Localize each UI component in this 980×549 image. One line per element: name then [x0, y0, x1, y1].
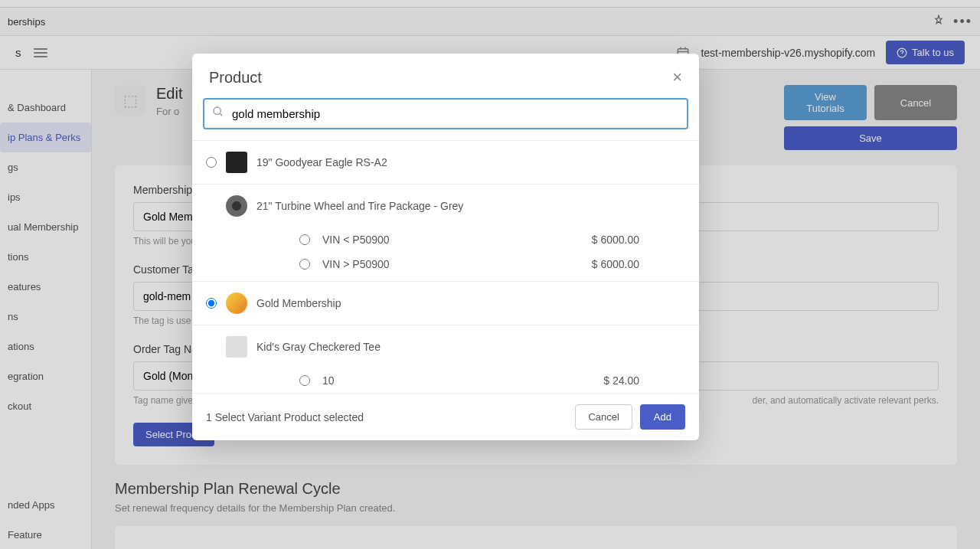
variant-price: $ 6000.00: [592, 258, 639, 270]
variant-name: VIN > P50900: [322, 258, 460, 270]
variant-radio[interactable]: [299, 234, 310, 245]
product-row[interactable]: 21" Turbine Wheel and Tire Package - Gre…: [192, 185, 699, 227]
close-icon[interactable]: ×: [672, 67, 682, 87]
modal-cancel-button[interactable]: Cancel: [575, 404, 632, 430]
selected-count-text: 1 Select Variant Product selected: [206, 411, 364, 423]
product-thumb: [226, 152, 247, 173]
product-name: 19" Goodyear Eagle RS-A2: [256, 156, 387, 168]
product-thumb: [226, 195, 247, 217]
product-row[interactable]: Gold Membership: [192, 282, 699, 325]
variant-radio[interactable]: [299, 375, 310, 386]
product-radio[interactable]: [206, 157, 217, 168]
variant-price: $ 24.00: [603, 374, 639, 387]
product-row[interactable]: 19" Goodyear Eagle RS-A2: [192, 141, 699, 185]
search-input[interactable]: [203, 98, 688, 129]
modal-add-button[interactable]: Add: [640, 404, 685, 430]
variant-name: 10: [322, 374, 460, 387]
modal-title: Product: [209, 69, 262, 87]
product-thumb: [226, 336, 247, 358]
product-modal: Product × 19" Goodyear Eagle RS-A2 21" T…: [192, 54, 699, 440]
variant-radio[interactable]: [299, 259, 310, 270]
product-thumb: [226, 292, 247, 314]
variant-name: VIN < P50900: [322, 234, 460, 246]
variant-row[interactable]: 10 $ 24.00: [192, 368, 699, 393]
product-row[interactable]: Kid's Gray Checkered Tee: [192, 325, 699, 368]
product-name: Kid's Gray Checkered Tee: [256, 341, 381, 353]
product-list[interactable]: 19" Goodyear Eagle RS-A2 21" Turbine Whe…: [192, 140, 699, 393]
variant-row[interactable]: VIN < P50900 $ 6000.00: [192, 227, 699, 252]
variant-price: $ 6000.00: [592, 234, 639, 246]
product-name: Gold Membership: [256, 297, 341, 309]
variant-row[interactable]: VIN > P50900 $ 6000.00: [192, 252, 699, 282]
product-radio[interactable]: [206, 298, 217, 309]
product-name: 21" Turbine Wheel and Tire Package - Gre…: [256, 200, 463, 212]
